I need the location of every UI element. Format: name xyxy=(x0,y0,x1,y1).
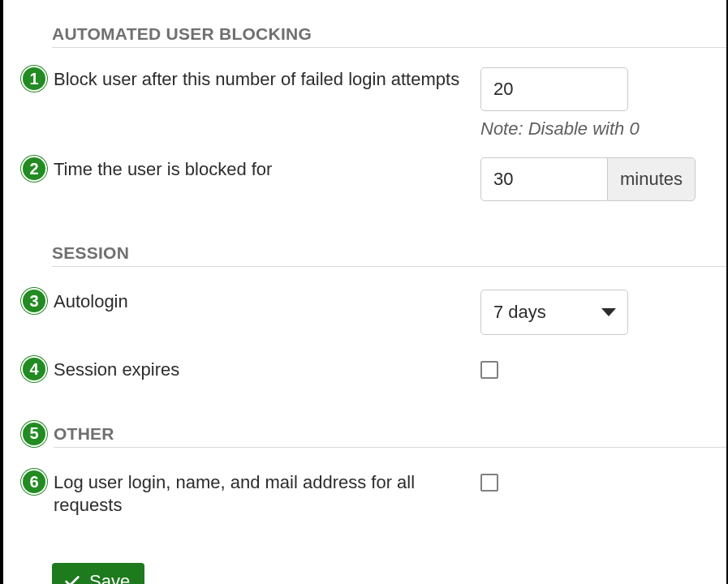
note-disable-with-zero: Note: Disable with 0 xyxy=(480,118,726,140)
label-autologin: Autologin xyxy=(54,290,480,313)
label-log-user: Log user login, name, and mail address f… xyxy=(54,470,480,516)
label-session-expires: Session expires xyxy=(54,358,480,381)
step-badge-6: 6 xyxy=(21,469,47,495)
section-title-session: SESSION xyxy=(52,243,726,267)
addon-minutes: minutes xyxy=(607,157,696,201)
step-badge-4: 4 xyxy=(21,356,47,382)
select-autologin-value: 7 days xyxy=(493,302,546,323)
section-title-blocking: AUTOMATED USER BLOCKING xyxy=(52,24,726,48)
save-button[interactable]: Save xyxy=(52,563,144,584)
check-icon xyxy=(63,573,81,584)
input-failed-attempts[interactable] xyxy=(480,67,628,111)
caret-down-icon xyxy=(601,308,616,316)
label-block-time: Time the user is blocked for xyxy=(54,157,480,181)
label-failed-attempts: Block user after this number of failed l… xyxy=(54,67,480,91)
step-badge-1: 1 xyxy=(21,66,47,92)
step-badge-5: 5 xyxy=(21,421,47,447)
checkbox-session-expires[interactable] xyxy=(480,361,498,379)
input-block-time[interactable] xyxy=(480,157,607,201)
save-button-label: Save xyxy=(89,571,130,584)
step-badge-3: 3 xyxy=(21,288,47,314)
select-autologin[interactable]: 7 days xyxy=(480,290,628,335)
step-badge-2: 2 xyxy=(21,156,47,182)
section-title-other: OTHER xyxy=(54,424,726,448)
checkbox-log-user[interactable] xyxy=(480,474,498,492)
